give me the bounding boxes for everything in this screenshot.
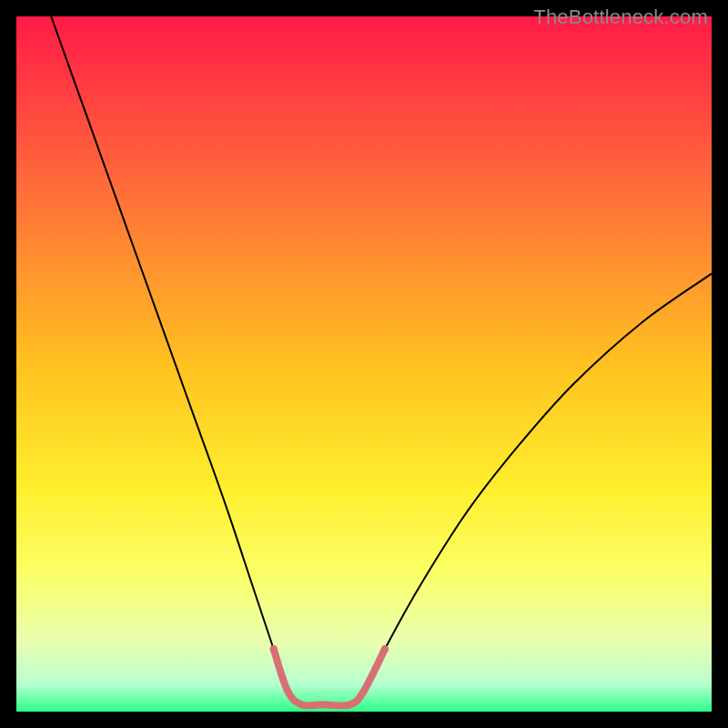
chart-frame: [16, 16, 712, 712]
bottleneck-chart: [16, 16, 712, 712]
series-marker-dot: [270, 645, 278, 652]
chart-background: [16, 16, 712, 712]
series-marker-dot: [381, 645, 389, 652]
watermark-text: TheBottleneck.com: [533, 5, 708, 29]
